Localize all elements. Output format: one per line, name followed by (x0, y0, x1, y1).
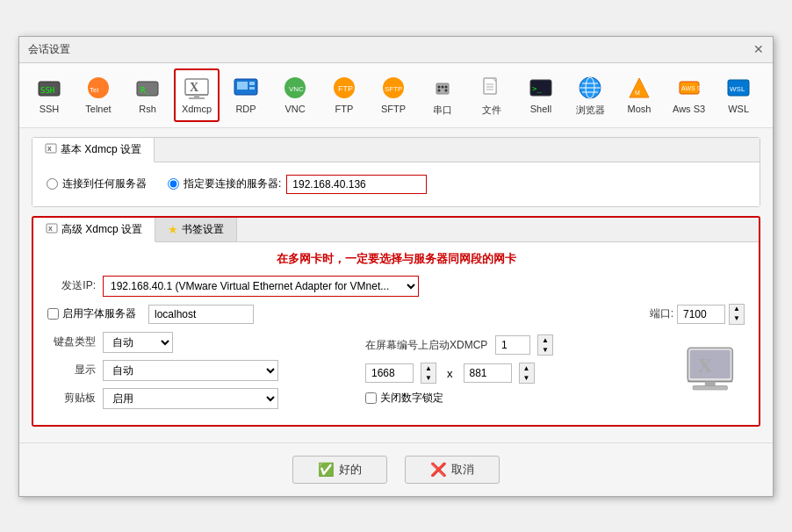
svg-text:R_: R_ (140, 86, 150, 95)
svg-point-24 (445, 85, 448, 88)
server-input-group: 指定要连接的服务器: (168, 175, 427, 194)
xdmcp-start-down[interactable]: ▼ (538, 345, 552, 355)
basic-tab-button[interactable]: X 基本 Xdmcp 设置 (32, 138, 155, 162)
port-input[interactable] (677, 305, 725, 324)
advanced-tab-button[interactable]: X 高级 Xdmcp 设置 (33, 218, 155, 242)
ok-icon: ✅ (318, 462, 335, 478)
titlebar: 会话设置 ✕ (19, 37, 773, 63)
svg-point-26 (445, 89, 448, 91)
advanced-section: X 高级 Xdmcp 设置 ★ 书签设置 在多网卡时，一定要选择与服务器同网段的… (32, 216, 760, 427)
sftp-label: SFTP (381, 104, 406, 114)
xdmcp-tab-icon: X (45, 143, 57, 155)
xdmcp-start-up[interactable]: ▲ (538, 335, 552, 345)
port-group: 端口: ▲ ▼ (650, 304, 745, 325)
svg-text:Tel: Tel (90, 86, 98, 94)
toolbar-rsh[interactable]: R_ Rsh (125, 68, 170, 122)
window-title: 会话设置 (28, 42, 70, 57)
close-button[interactable]: ✕ (753, 43, 764, 55)
footer: ✅ 好的 ❌ 取消 (19, 442, 773, 496)
width-input[interactable] (365, 363, 414, 383)
mosh-label: Mosh (628, 104, 652, 114)
numlock-checkbox[interactable] (365, 392, 377, 404)
rdp-label: RDP (235, 104, 256, 114)
server-ip-input[interactable] (286, 175, 427, 194)
toolbar-shell[interactable]: >_ Shell (518, 68, 564, 122)
toolbar-rdp[interactable]: RDP (223, 68, 269, 122)
svg-rect-9 (194, 95, 199, 97)
display-select[interactable]: 自动 (103, 360, 278, 381)
port-up[interactable]: ▲ (730, 305, 744, 314)
clipboard-row: 剪贴板 启用 (47, 388, 348, 409)
toolbar-mosh[interactable]: M Mosh (616, 68, 662, 122)
width-spinner[interactable]: ▲ ▼ (421, 363, 436, 384)
toolbar-vnc[interactable]: VNC VNC (272, 68, 318, 122)
radio-any-input[interactable] (47, 178, 58, 190)
toolbar-wsl[interactable]: WSL WSL (716, 68, 761, 122)
width-down[interactable]: ▼ (421, 373, 436, 383)
wsl-icon: WSL (724, 74, 752, 102)
svg-rect-21 (436, 83, 449, 94)
radio-specific-input[interactable] (168, 178, 179, 190)
toolbar-sftp[interactable]: SFTP SFTP (371, 68, 416, 122)
ftp-label: FTP (335, 104, 354, 114)
xdmcp-logo: X (683, 343, 745, 405)
ssh-icon: SSH (35, 74, 63, 102)
height-up[interactable]: ▲ (520, 363, 534, 373)
display-row: 显示 自动 (47, 360, 348, 381)
warning-text: 在多网卡时，一定要选择与服务器同网段的网卡 (47, 251, 745, 267)
col-left: 键盘类型 自动 显示 自动 (47, 332, 348, 416)
content-area: X 基本 Xdmcp 设置 连接到任何服务器 指定要连接的服务器: (19, 128, 773, 442)
font-server-host-input[interactable] (148, 305, 254, 324)
font-server-checkbox-label[interactable]: 启用字体服务器 (47, 306, 136, 321)
radio-specific-server[interactable]: 指定要连接的服务器: (168, 176, 281, 191)
toolbar-telnet[interactable]: Tel Telnet (76, 68, 121, 122)
port-down[interactable]: ▼ (730, 314, 744, 324)
toolbar-ftp[interactable]: FTP FTP (321, 68, 367, 122)
ssh-label: SSH (40, 104, 60, 114)
height-down[interactable]: ▼ (520, 373, 534, 383)
resolution-row: ▲ ▼ x ▲ ▼ (365, 363, 666, 384)
xdmcp-start-input[interactable] (495, 335, 530, 355)
numlock-row: 关闭数字锁定 (365, 391, 666, 406)
radio-any-label: 连接到任何服务器 (62, 176, 147, 191)
svg-text:X: X (697, 354, 712, 377)
keyboard-row: 键盘类型 自动 (47, 332, 348, 353)
toolbar-file[interactable]: 文件 (469, 68, 515, 122)
browser-icon (576, 74, 604, 102)
font-server-checkbox[interactable] (47, 308, 59, 320)
shell-label: Shell (530, 104, 551, 114)
main-window: 会话设置 ✕ SSH SSH Tel Telnet (18, 36, 774, 497)
toolbar-awss3[interactable]: AWS S3 Aws S3 (666, 68, 712, 122)
server-radio-group: 连接到任何服务器 指定要连接的服务器: (47, 175, 427, 194)
send-ip-label: 发送IP: (47, 278, 96, 293)
bookmark-tab-button[interactable]: ★ 书签设置 (155, 218, 237, 241)
height-spinner[interactable]: ▲ ▼ (519, 363, 535, 384)
rdp-icon (232, 74, 260, 102)
svg-text:SFTP: SFTP (385, 85, 402, 93)
display-label: 显示 (47, 363, 96, 377)
numlock-checkbox-label[interactable]: 关闭数字锁定 (365, 391, 443, 406)
cancel-button[interactable]: ❌ 取消 (405, 456, 500, 484)
toolbar-browser[interactable]: 浏览器 (567, 68, 613, 122)
port-spinner[interactable]: ▲ ▼ (729, 304, 745, 325)
height-input[interactable] (464, 363, 512, 383)
xdmcp-logo-svg: X (684, 344, 744, 404)
svg-text:FTP: FTP (338, 84, 353, 93)
keyboard-select[interactable]: 自动 (103, 332, 173, 353)
radio-any-server[interactable]: 连接到任何服务器 (47, 176, 147, 191)
send-ip-select[interactable]: 192.168.40.1 (VMware Virtual Ethernet Ad… (103, 276, 419, 297)
advanced-section-tabs: X 高级 Xdmcp 设置 ★ 书签设置 (33, 218, 759, 242)
ok-button[interactable]: ✅ 好的 (292, 456, 387, 484)
toolbar-serial[interactable]: 串口 (420, 68, 465, 122)
bookmark-icon: ★ (168, 223, 178, 236)
xdmcp-start-spinner[interactable]: ▲ ▼ (537, 334, 553, 356)
basic-section: X 基本 Xdmcp 设置 连接到任何服务器 指定要连接的服务器: (32, 137, 760, 207)
width-up[interactable]: ▲ (421, 363, 436, 373)
toolbar-xdmcp[interactable]: X Xdmcp (174, 68, 220, 122)
toolbar-ssh[interactable]: SSH SSH (26, 68, 72, 122)
clipboard-select[interactable]: 启用 (103, 388, 278, 409)
shell-icon: >_ (527, 74, 555, 102)
cancel-icon: ❌ (430, 462, 447, 478)
serial-icon (428, 74, 457, 102)
svg-text:WSL: WSL (730, 85, 745, 93)
